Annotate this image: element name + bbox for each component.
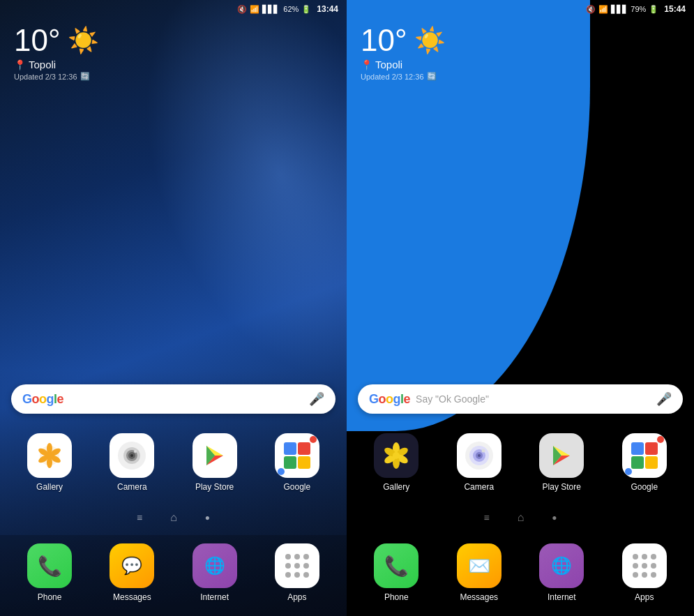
pin-icon-left: 📍 <box>14 59 26 70</box>
search-placeholder-right[interactable]: Say "Ok Google" <box>416 393 651 405</box>
dock-apps-right[interactable]: Apps <box>606 543 684 602</box>
dock-messages-left[interactable]: 💬 Messages <box>93 543 170 602</box>
signal-icon: ▋▋▋ <box>262 5 279 14</box>
phone-label-right: Phone <box>384 592 409 602</box>
home-icon-right[interactable]: ⌂ <box>518 511 525 524</box>
search-bar-left[interactable]: Google 🎤 <box>11 384 335 414</box>
battery-text: 62% <box>283 5 299 13</box>
signal-icon-right: ▋▋▋ <box>611 5 628 14</box>
phone-label-left: Phone <box>38 592 62 602</box>
temperature-right: 10° <box>361 25 407 56</box>
app-playstore-left[interactable]: Play Store <box>176 433 253 492</box>
search-bar-container-right[interactable]: Google Say "Ok Google" 🎤 <box>347 384 694 428</box>
messages-label-right: Messages <box>460 592 498 602</box>
apps-label-right: Apps <box>635 592 654 602</box>
gallery-icon-right <box>374 433 418 478</box>
battery-text-right: 79% <box>631 5 646 13</box>
internet-icon-right: 🌐 <box>539 543 584 588</box>
playstore-label-right: Play Store <box>543 482 581 492</box>
apps-label-left: Apps <box>287 592 306 602</box>
sun-icon-left: ☀️ <box>68 26 99 55</box>
battery-icon: 🔋 <box>301 5 311 14</box>
gallery-label-left: Gallery <box>36 482 63 492</box>
refresh-icon-left: 🔄 <box>80 72 90 81</box>
google-label-left: Google <box>284 482 311 492</box>
apps-icon-left <box>275 543 319 588</box>
wifi-icon: 📶 <box>250 5 259 14</box>
google-logo-right: Google <box>369 392 410 407</box>
camera-label-left: Camera <box>117 482 147 492</box>
svg-point-30 <box>478 454 481 457</box>
time-right: 15:44 <box>664 4 686 14</box>
dock-phone-left[interactable]: 📞 Phone <box>11 543 88 602</box>
location-right: Topoli <box>375 59 402 70</box>
dock-messages-right[interactable]: ✉️ Messages <box>441 543 518 602</box>
location-left: Topoli <box>29 59 56 70</box>
search-bar-right[interactable]: Google Say "Ok Google" 🎤 <box>358 384 683 414</box>
weather-widget-left: 10° ☀️ 📍 Topoli Updated 2/3 12:36 🔄 <box>0 17 347 87</box>
camera-icon-left <box>110 433 154 478</box>
internet-label-left: Internet <box>200 592 229 602</box>
messages-label-left: Messages <box>113 592 151 602</box>
app-google-right[interactable]: Google <box>606 433 684 492</box>
svg-point-25 <box>393 452 400 459</box>
camera-label-right: Camera <box>464 482 494 492</box>
updated-right: Updated 2/3 12:36 <box>361 73 424 81</box>
gallery-label-right: Gallery <box>383 482 409 492</box>
playstore-icon-right <box>539 433 584 478</box>
menu-icon-right[interactable]: ≡ <box>483 512 489 523</box>
status-bar-right: 🔇 📶 ▋▋▋ 79% 🔋 15:44 <box>347 0 694 17</box>
pin-icon-right: 📍 <box>361 59 372 70</box>
home-icon-left[interactable]: ⌂ <box>170 511 177 524</box>
dock-right: 📞 Phone ✉️ Messages 🌐 Internet <box>347 535 694 616</box>
app-gallery-right[interactable]: Gallery <box>358 433 435 492</box>
playstore-label-left: Play Store <box>195 482 234 492</box>
search-bar-container-left[interactable]: Google 🎤 <box>0 384 347 428</box>
dock-phone-right[interactable]: 📞 Phone <box>358 543 435 602</box>
refresh-icon-right: 🔄 <box>427 72 437 81</box>
google-label-right: Google <box>631 482 658 492</box>
battery-icon-right: 🔋 <box>649 5 658 14</box>
internet-icon-left: 🌐 <box>193 543 237 588</box>
phone-icon-right: 📞 <box>374 543 418 588</box>
mic-icon-right[interactable]: 🎤 <box>656 391 672 407</box>
app-gallery-left[interactable]: Gallery <box>11 433 88 492</box>
app-camera-right[interactable]: Camera <box>441 433 518 492</box>
temperature-left: 10° <box>14 25 61 56</box>
google-icon-right <box>622 433 667 478</box>
dock-apps-left[interactable]: Apps <box>259 543 335 602</box>
phone-screen-right: 🔇 📶 ▋▋▋ 79% 🔋 15:44 10° ☀️ 📍 Topoli Upda… <box>347 0 694 616</box>
dock-internet-left[interactable]: 🌐 Internet <box>176 543 253 602</box>
phone-icon-left: 📞 <box>27 543 72 588</box>
back-icon-left[interactable]: ● <box>205 513 210 523</box>
nav-bar-right: ≡ ⌂ ● <box>347 503 694 535</box>
dock-internet-right[interactable]: 🌐 Internet <box>523 543 601 602</box>
app-playstore-right[interactable]: Play Store <box>523 433 601 492</box>
phone-screen-left: 🔇 📶 ▋▋▋ 62% 🔋 13:44 10° ☀️ 📍 Topoli Upda… <box>0 0 347 616</box>
app-camera-left[interactable]: Camera <box>93 433 170 492</box>
mute-icon-right: 🔇 <box>586 5 596 14</box>
time-left: 13:44 <box>317 4 338 14</box>
svg-point-7 <box>47 453 52 458</box>
app-grid-left: Gallery Camera <box>0 428 347 503</box>
playstore-icon-left <box>193 433 237 478</box>
nav-bar-left: ≡ ⌂ ● <box>0 503 347 535</box>
app-grid-right: Gallery Camera <box>347 428 694 503</box>
internet-label-right: Internet <box>548 592 576 602</box>
app-google-left[interactable]: Google <box>259 433 335 492</box>
messages-icon-left: 💬 <box>110 543 154 588</box>
dock-left: 📞 Phone 💬 Messages 🌐 Internet <box>0 535 347 616</box>
status-bar-left: 🔇 📶 ▋▋▋ 62% 🔋 13:44 <box>0 0 347 17</box>
weather-widget-right: 10° ☀️ 📍 Topoli Updated 2/3 12:36 🔄 <box>347 17 694 87</box>
menu-icon-left[interactable]: ≡ <box>137 512 142 523</box>
wifi-icon-right: 📶 <box>598 5 608 14</box>
google-logo-left: Google <box>22 392 63 407</box>
mute-icon: 🔇 <box>237 5 247 14</box>
messages-icon-right: ✉️ <box>457 543 501 588</box>
back-icon-right[interactable]: ● <box>552 513 557 523</box>
updated-left: Updated 2/3 12:36 <box>14 73 77 81</box>
svg-point-31 <box>481 449 485 453</box>
svg-point-12 <box>130 454 133 457</box>
mic-icon-left[interactable]: 🎤 <box>309 391 324 407</box>
google-icon-left <box>275 433 319 478</box>
